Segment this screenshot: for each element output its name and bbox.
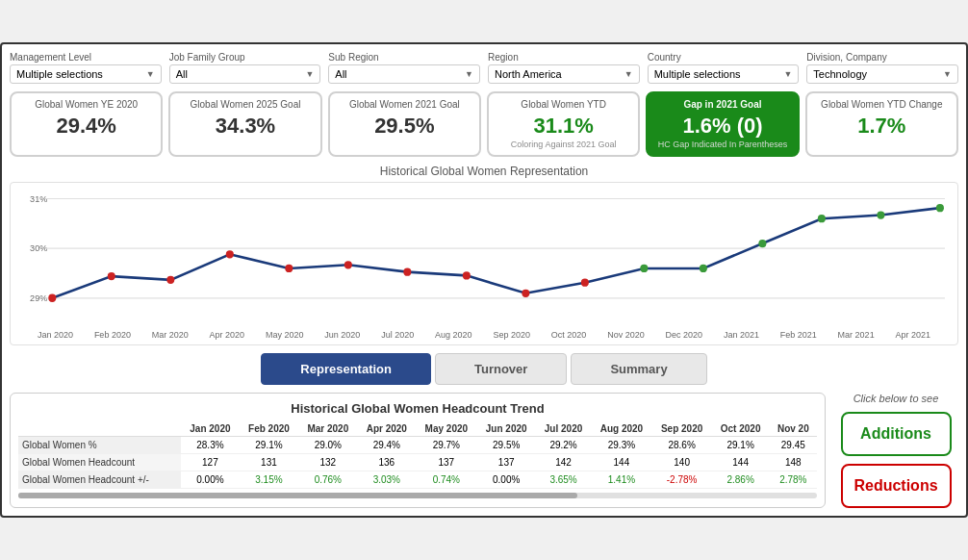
table-col-header-11: Nov 20 bbox=[770, 421, 817, 437]
table-col-header-9: Sep 2020 bbox=[652, 421, 712, 437]
table-cell: 144 bbox=[712, 454, 770, 471]
click-below-label: Click below to see bbox=[853, 393, 939, 404]
chart-dot bbox=[581, 279, 589, 287]
table-cell: 1.41% bbox=[591, 471, 651, 489]
table-cell: 0.74% bbox=[416, 471, 476, 489]
kpi-ytd-sub: Coloring Against 2021 Goal bbox=[498, 140, 628, 149]
table-col-header-6: Jun 2020 bbox=[477, 421, 536, 437]
table-header-row: Jan 2020 Feb 2020 Mar 2020 Apr 2020 May … bbox=[18, 421, 817, 437]
table-cell: 3.03% bbox=[357, 471, 416, 489]
table-cell: 144 bbox=[591, 454, 651, 471]
kpi-ytd-change-title: Global Women YTD Change bbox=[817, 99, 947, 111]
table-row: Global Women Headcount +/-0.00%3.15%0.76… bbox=[18, 471, 817, 489]
chart-dot bbox=[818, 215, 826, 222]
kpi-card-ye2020: Global Women YE 2020 29.4% bbox=[10, 91, 163, 157]
chart-dot bbox=[344, 261, 352, 268]
table-cell: 29.45 bbox=[770, 437, 817, 454]
table-cell-label: Global Women Headcount +/- bbox=[18, 471, 181, 489]
chart-dot bbox=[700, 265, 707, 272]
table-cell: 0.00% bbox=[477, 471, 536, 489]
reductions-button[interactable]: Reductions bbox=[841, 464, 952, 508]
table-cell: 3.15% bbox=[240, 471, 298, 489]
filters-row: Management Level Multiple selections ▼ J… bbox=[10, 52, 958, 84]
table-cell: 2.78% bbox=[770, 471, 817, 489]
filter-sub-region: Sub Region All ▼ bbox=[328, 52, 480, 84]
svg-text:29%: 29% bbox=[30, 293, 47, 303]
kpi-card-ytd-change: Global Women YTD Change 1.7% bbox=[805, 91, 958, 157]
chart-dot bbox=[108, 272, 115, 280]
chart-dot bbox=[403, 268, 411, 276]
table-cell: 29.1% bbox=[712, 437, 770, 454]
table-col-header-10: Oct 2020 bbox=[712, 421, 770, 437]
table-cell: 142 bbox=[536, 454, 591, 471]
kpi-ytd-change-value: 1.7% bbox=[817, 115, 947, 138]
table-col-header-0 bbox=[18, 421, 181, 437]
kpi-card-gap: Gap in 2021 Goal 1.6% (0) HC Gap Indicat… bbox=[646, 91, 799, 157]
table-col-header-2: Feb 2020 bbox=[240, 421, 298, 437]
chart-dot bbox=[877, 212, 884, 219]
filter-sub-region-select[interactable]: All ▼ bbox=[328, 64, 480, 84]
bottom-section: Historical Global Women Headcount Trend … bbox=[10, 393, 958, 508]
tab-turnover[interactable]: Turnover bbox=[435, 353, 567, 385]
kpi-2021-value: 29.5% bbox=[340, 115, 470, 138]
chevron-down-icon: ▼ bbox=[783, 69, 792, 79]
chart-dot bbox=[166, 276, 174, 284]
chart-title: Historical Global Women Representation bbox=[10, 165, 958, 178]
kpi-card-2021goal: Global Women 2021 Goal 29.5% bbox=[328, 91, 481, 157]
table-cell: 0.76% bbox=[298, 471, 357, 489]
additions-button[interactable]: Additions bbox=[841, 412, 952, 456]
chevron-down-icon: ▼ bbox=[146, 69, 155, 79]
chevron-down-icon: ▼ bbox=[624, 69, 633, 79]
chart-dot bbox=[522, 290, 529, 297]
table-cell: 0.00% bbox=[181, 471, 240, 489]
table-cell: 140 bbox=[652, 454, 712, 471]
filter-job-family-select[interactable]: All ▼ bbox=[169, 64, 321, 84]
filter-region-select[interactable]: North America ▼ bbox=[488, 64, 640, 84]
kpi-2021-title: Global Women 2021 Goal bbox=[340, 99, 470, 111]
kpi-card-2025goal: Global Women 2025 Goal 34.3% bbox=[168, 91, 321, 157]
chart-dot bbox=[285, 265, 293, 272]
filter-job-family-label: Job Family Group bbox=[169, 52, 321, 63]
chevron-down-icon: ▼ bbox=[465, 69, 473, 79]
kpi-card-ytd: Global Women YTD 31.1% Coloring Against … bbox=[487, 91, 640, 157]
chart-dot bbox=[463, 271, 471, 279]
scroll-hint[interactable] bbox=[18, 493, 817, 498]
table-cell: 29.5% bbox=[477, 437, 536, 454]
filter-country-select[interactable]: Multiple selections ▼ bbox=[648, 64, 800, 84]
table-cell: 137 bbox=[416, 454, 476, 471]
x-axis-labels: Jan 2020 Feb 2020 Mar 2020 Apr 2020 May … bbox=[18, 330, 950, 340]
table-cell-label: Global Women % bbox=[18, 437, 181, 454]
main-container: Management Level Multiple selections ▼ J… bbox=[0, 42, 968, 518]
table-cell: 29.0% bbox=[298, 437, 357, 454]
tab-representation[interactable]: Representation bbox=[261, 353, 431, 385]
table-cell: 29.4% bbox=[357, 437, 416, 454]
table-row: Global Women %28.3%29.1%29.0%29.4%29.7%2… bbox=[18, 437, 817, 454]
line-chart: 31% 30% 29% bbox=[18, 187, 950, 331]
table-cell: 3.65% bbox=[536, 471, 591, 489]
table-cell: 29.1% bbox=[240, 437, 298, 454]
filter-sub-region-label: Sub Region bbox=[328, 52, 480, 63]
svg-text:31%: 31% bbox=[30, 194, 47, 204]
table-cell: -2.78% bbox=[652, 471, 712, 489]
table-cell: 29.3% bbox=[591, 437, 651, 454]
table-col-header-3: Mar 2020 bbox=[298, 421, 357, 437]
kpi-ytd-value: 31.1% bbox=[498, 115, 628, 138]
table-cell: 131 bbox=[240, 454, 298, 471]
kpi-2025-value: 34.3% bbox=[180, 115, 310, 138]
kpi-gap-sub: HC Gap Indicated In Parentheses bbox=[657, 140, 787, 149]
chevron-down-icon: ▼ bbox=[943, 69, 952, 79]
filter-division-select[interactable]: Technology ▼ bbox=[806, 64, 958, 84]
chart-dot bbox=[640, 265, 648, 272]
filter-region-label: Region bbox=[488, 52, 640, 63]
chart-dot bbox=[226, 250, 234, 258]
filter-division-label: Division, Company bbox=[806, 52, 958, 63]
line-chart-path bbox=[52, 208, 940, 298]
tab-summary[interactable]: Summary bbox=[571, 353, 706, 385]
kpi-row: Global Women YE 2020 29.4% Global Women … bbox=[10, 91, 958, 157]
table-cell: 127 bbox=[181, 454, 240, 471]
filter-management-level-label: Management Level bbox=[10, 52, 162, 63]
filter-management-level-select[interactable]: Multiple selections ▼ bbox=[10, 64, 162, 84]
right-panel: Click below to see Additions Reductions bbox=[833, 393, 958, 508]
table-cell: 136 bbox=[357, 454, 416, 471]
filter-management-level: Management Level Multiple selections ▼ bbox=[10, 52, 162, 84]
